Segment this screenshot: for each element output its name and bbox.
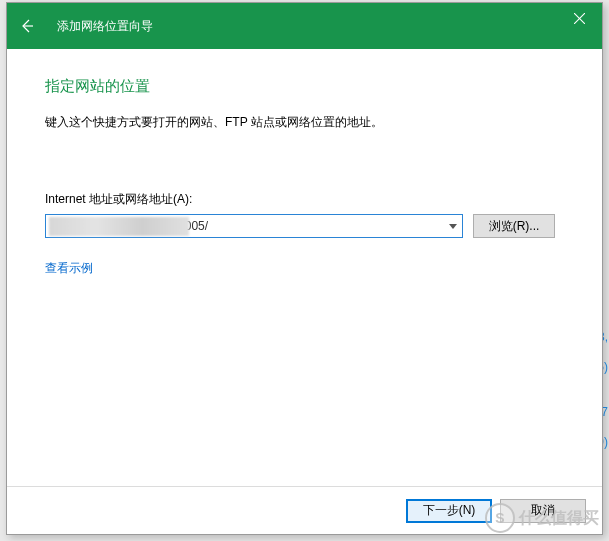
close-button[interactable] xyxy=(556,3,602,33)
footer: 下一步(N) 取消 xyxy=(7,486,602,534)
browse-button[interactable]: 浏览(R)... xyxy=(473,214,555,238)
next-button-label: 下一步(N) xyxy=(423,502,476,519)
next-button[interactable]: 下一步(N) xyxy=(406,499,492,523)
address-combobox[interactable] xyxy=(45,214,463,238)
page-subtext: 键入这个快捷方式要打开的网站、FTP 站点或网络位置的地址。 xyxy=(45,114,564,131)
view-examples-link[interactable]: 查看示例 xyxy=(45,260,93,277)
page-heading: 指定网站的位置 xyxy=(45,77,564,96)
wizard-dialog: 添加网络位置向导 指定网站的位置 键入这个快捷方式要打开的网站、FTP 站点或网… xyxy=(6,2,603,535)
cancel-button-label: 取消 xyxy=(531,502,555,519)
close-icon xyxy=(574,13,585,24)
address-label: Internet 地址或网络地址(A): xyxy=(45,191,564,208)
content-area: 指定网站的位置 键入这个快捷方式要打开的网站、FTP 站点或网络位置的地址。 I… xyxy=(7,49,602,486)
titlebar: 添加网络位置向导 xyxy=(7,3,602,49)
chevron-down-icon xyxy=(449,224,457,229)
arrow-left-icon xyxy=(18,17,36,35)
back-button[interactable] xyxy=(7,3,47,49)
browse-button-label: 浏览(R)... xyxy=(489,218,540,235)
address-input[interactable] xyxy=(46,215,444,237)
window-title: 添加网络位置向导 xyxy=(57,18,153,35)
cancel-button[interactable]: 取消 xyxy=(500,499,586,523)
combo-dropdown-button[interactable] xyxy=(444,215,462,237)
address-row: 浏览(R)... xyxy=(45,214,564,238)
